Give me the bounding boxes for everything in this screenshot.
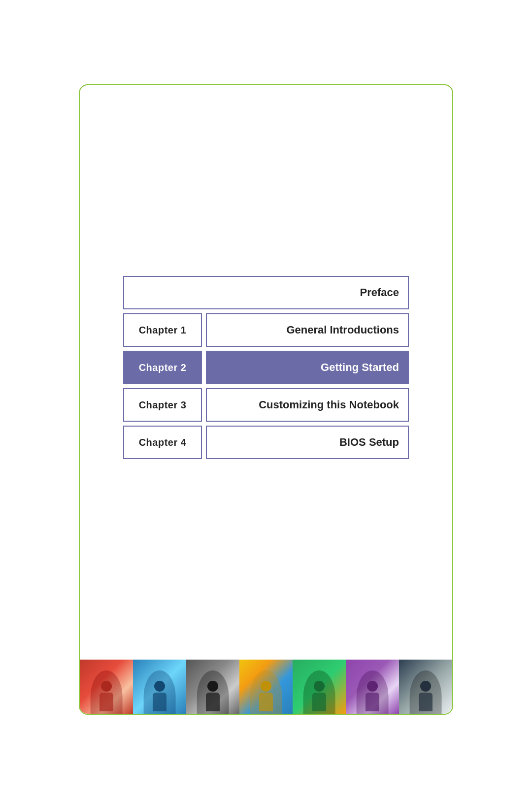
chapter-2-title-cell[interactable]: Getting Started [206,351,409,384]
preface-cell[interactable]: Preface [123,276,409,309]
photo-4 [239,660,293,714]
chapter-4-label: Chapter 4 [139,437,187,448]
preface-row[interactable]: Preface [123,276,409,309]
nav-table: Preface Chapter 1 General Introductions … [123,276,409,459]
chapter-1-title: General Introductions [286,324,399,336]
chapter-2-label: Chapter 2 [139,362,187,373]
photo-3 [186,660,239,714]
photo-2 [133,660,186,714]
chapter-1-title-cell[interactable]: General Introductions [206,313,409,347]
chapter-3-label: Chapter 3 [139,400,187,411]
chapter-4-cell[interactable]: Chapter 4 [123,426,202,459]
chapter-2-cell[interactable]: Chapter 2 [123,351,202,384]
chapter-3-title: Customizing this Notebook [259,399,399,411]
chapter-1-label: Chapter 1 [139,325,187,336]
chapter-2-title: Getting Started [321,361,399,374]
chapter-1-cell[interactable]: Chapter 1 [123,313,202,347]
photo-5 [293,660,346,714]
image-strip [80,660,452,714]
chapter-2-row[interactable]: Chapter 2 Getting Started [123,351,409,384]
preface-label: Preface [360,286,399,299]
photo-6 [346,660,399,714]
chapter-4-row[interactable]: Chapter 4 BIOS Setup [123,426,409,459]
chapter-3-cell[interactable]: Chapter 3 [123,388,202,422]
photo-7 [399,660,452,714]
photo-1 [80,660,133,714]
chapter-4-title: BIOS Setup [339,436,399,449]
chapter-3-title-cell[interactable]: Customizing this Notebook [206,388,409,422]
page-container: Preface Chapter 1 General Introductions … [79,84,453,715]
chapter-1-row[interactable]: Chapter 1 General Introductions [123,313,409,347]
chapter-4-title-cell[interactable]: BIOS Setup [206,426,409,459]
chapter-3-row[interactable]: Chapter 3 Customizing this Notebook [123,388,409,422]
navigation-area: Preface Chapter 1 General Introductions … [80,105,452,630]
